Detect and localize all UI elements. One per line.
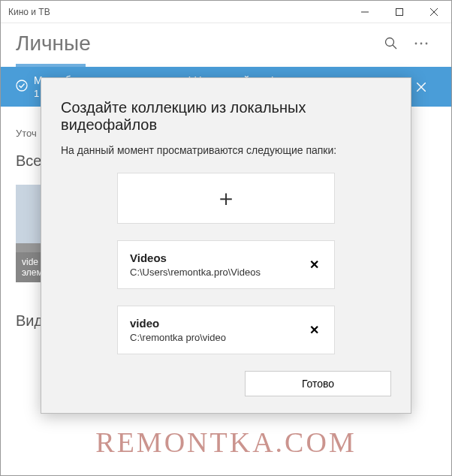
svg-point-7 xyxy=(420,43,423,45)
svg-point-6 xyxy=(415,43,417,45)
folder-info: video C:\remontka pro\video xyxy=(130,317,306,343)
remove-folder-icon[interactable]: ✕ xyxy=(306,257,322,273)
search-icon[interactable] xyxy=(376,29,406,59)
remove-folder-icon[interactable]: ✕ xyxy=(306,322,322,339)
svg-rect-1 xyxy=(396,8,403,15)
maximize-button[interactable] xyxy=(382,1,417,23)
dialog-subtitle: На данный момент просматриваются следующ… xyxy=(61,144,391,156)
folder-name: Videos xyxy=(130,252,306,264)
page-title: Личные xyxy=(16,32,376,56)
dialog-footer: Готово xyxy=(61,371,391,396)
folder-info: Videos C:\Users\remontka.pro\Videos xyxy=(130,252,306,278)
svg-point-8 xyxy=(426,43,428,45)
more-icon[interactable] xyxy=(406,29,436,59)
svg-point-4 xyxy=(386,38,394,47)
modal-overlay: Создайте коллекцию из локальных видеофай… xyxy=(1,68,451,475)
done-button[interactable]: Готово xyxy=(245,371,391,396)
close-button[interactable] xyxy=(417,1,451,23)
folder-item[interactable]: Videos C:\Users\remontka.pro\Videos ✕ xyxy=(117,240,335,289)
folder-item[interactable]: video C:\remontka pro\video ✕ xyxy=(117,306,335,354)
header: Личные xyxy=(1,23,451,64)
folder-path: C:\remontka pro\video xyxy=(130,332,306,343)
window-title: Кино и ТВ xyxy=(1,7,348,17)
titlebar: Кино и ТВ xyxy=(1,1,451,23)
folder-collection-dialog: Создайте коллекцию из локальных видеофай… xyxy=(41,77,411,414)
window-controls xyxy=(348,1,451,23)
dialog-title: Создайте коллекцию из локальных видеофай… xyxy=(61,99,391,134)
minimize-button[interactable] xyxy=(348,1,382,23)
folder-name: video xyxy=(130,317,306,330)
folder-path: C:\Users\remontka.pro\Videos xyxy=(130,267,306,278)
plus-icon: ＋ xyxy=(215,183,237,214)
svg-line-5 xyxy=(393,45,396,49)
add-folder-button[interactable]: ＋ xyxy=(117,173,335,224)
